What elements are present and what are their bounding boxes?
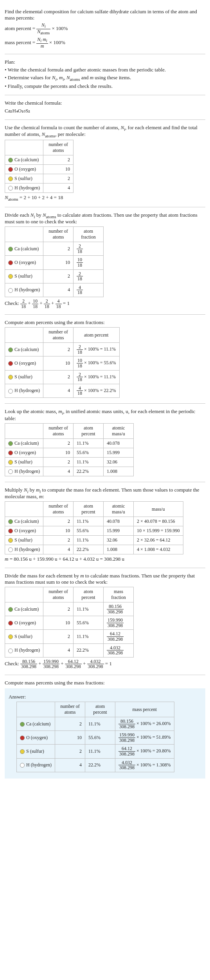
atom-pct-frac: Ni Natoms xyxy=(36,23,50,36)
dot-icon xyxy=(8,260,13,265)
formula-line: Write the chemical formula: xyxy=(5,100,205,106)
dot-icon xyxy=(8,274,13,279)
plan-b3: • Finally, compute the percents and chec… xyxy=(5,83,205,89)
atompct-section: Compute atom percents using the atom fra… xyxy=(5,315,205,404)
molmass-text: Multiply Ni by mi to compute the mass fo… xyxy=(5,487,205,500)
table-row: Ca (calcium)2218 × 100% = 11.1% xyxy=(5,343,120,356)
table-row: Ca (calcium)2218 xyxy=(5,242,104,256)
table-row: O (oxygen)1055.6%15.999 xyxy=(5,448,134,457)
dot-icon xyxy=(8,529,13,533)
dot-icon xyxy=(8,469,13,474)
table-row: O (oxygen)101018 xyxy=(5,256,104,269)
table-row: S (sulfur)2 xyxy=(5,174,74,184)
dot-icon xyxy=(20,763,25,768)
dot-icon xyxy=(8,176,13,181)
massfrac-table: number of atomsatom percentmass fraction… xyxy=(5,587,134,657)
atomfrac-check: Check: 218 + 1018 + 218 + 418 = 1 xyxy=(5,299,205,309)
dot-icon xyxy=(8,547,13,552)
plan-b1: • Write the chemical formula and gather … xyxy=(5,67,205,73)
table-row: S (sulfur)2218 xyxy=(5,269,104,283)
massfrac-text: Divide the mass for each element by m to… xyxy=(5,573,205,585)
plan-section: Plan: • Write the chemical formula and g… xyxy=(5,54,205,95)
dot-icon xyxy=(8,451,13,455)
atomicmass-text: Look up the atomic mass, mi, in unified … xyxy=(5,408,205,422)
atomfrac-section: Divide each Ni by Natoms to calculate at… xyxy=(5,207,205,315)
formula-section: Write the chemical formula: Ca₂H₄O₁₀S₂ xyxy=(5,95,205,120)
dot-icon xyxy=(8,634,13,639)
intro-section: Find the elemental composition for calci… xyxy=(5,4,205,54)
times-100-b: × 100% xyxy=(49,39,65,45)
table-row: Ca (calcium)211.1%80.156308.298 × 100% =… xyxy=(17,717,174,731)
dot-icon xyxy=(8,519,13,524)
table-row: H (hydrogen)4418 × 100% = 22.2% xyxy=(5,384,120,397)
table-row: Ca (calcium)211.1%80.156308.298 xyxy=(5,602,134,616)
dot-icon xyxy=(8,460,13,465)
table-row: Ca (calcium)2 xyxy=(5,155,74,165)
table-row: H (hydrogen)422.2%4.032308.298 × 100% = … xyxy=(17,758,174,772)
table-row: O (oxygen)10 xyxy=(5,165,74,174)
atomicmass-table: number of atomsatom percentatomic mass/u… xyxy=(5,423,134,476)
answer-box: Answer: number of atomsatom percentmass … xyxy=(5,688,205,779)
natoms-sum: Natoms = 2 + 10 + 2 + 4 = 18 xyxy=(5,194,205,201)
table-row: O (oxygen)1055.6%159.990308.298 xyxy=(5,616,134,630)
dot-icon xyxy=(20,736,25,740)
answer-label: Answer: xyxy=(9,694,201,700)
atom-pct-lhs: atom percent = xyxy=(5,25,35,31)
dot-icon xyxy=(8,649,13,653)
massfrac-section: Divide the mass for each element by m to… xyxy=(5,568,205,675)
table-row: O (oxygen)1055.6%15.99910 × 15.999 = 159… xyxy=(5,526,183,536)
mass-percent-equation: mass percent = Ni mi m × 100% xyxy=(5,37,205,48)
table-row: O (oxygen)1055.6%159.990308.298 × 100% =… xyxy=(17,731,174,745)
plan-title: Plan: xyxy=(5,59,205,65)
times-100-a: × 100% xyxy=(52,25,68,31)
molmass-section: Multiply Ni by mi to compute the mass fo… xyxy=(5,482,205,568)
dot-icon xyxy=(8,247,13,251)
formula-value: Ca₂H₄O₁₀S₂ xyxy=(5,108,205,114)
answer-intro: Compute mass percents using the mass fra… xyxy=(5,680,205,686)
atomfrac-table: number of atomsatom fraction Ca (calcium… xyxy=(5,226,104,297)
table-row: H (hydrogen)4 xyxy=(5,184,74,193)
table-row: H (hydrogen)422.2%1.008 xyxy=(5,467,134,476)
dot-icon xyxy=(8,538,13,543)
table-row: S (sulfur)2218 × 100% = 11.1% xyxy=(5,370,120,384)
atompct-text: Compute atom percents using the atom fra… xyxy=(5,319,205,326)
mass-pct-lhs: mass percent = xyxy=(5,39,35,45)
table-row: Ca (calcium)211.1%40.0782 × 40.078 = 80.… xyxy=(5,517,183,526)
atomicmass-section: Look up the atomic mass, mi, in unified … xyxy=(5,404,205,482)
table-row: O (oxygen)101018 × 100% = 55.6% xyxy=(5,356,120,370)
table-row: S (sulfur)211.1%64.12308.298 xyxy=(5,630,134,643)
massfrac-check: Check: 80.156308.298 + 159.990308.298 + … xyxy=(5,659,205,669)
atomfrac-text: Divide each Ni by Natoms to calculate at… xyxy=(5,212,205,225)
dot-icon xyxy=(20,749,25,754)
table-row: S (sulfur)211.1%32.06 xyxy=(5,457,134,467)
atom-percent-equation: atom percent = Ni Natoms × 100% xyxy=(5,23,205,36)
count-text: Use the chemical formula to count the nu… xyxy=(5,125,205,138)
dot-icon xyxy=(8,621,13,625)
dot-icon xyxy=(8,361,13,366)
plan-b2: • Determine values for Ni, mi, Natoms an… xyxy=(5,75,205,82)
atompct-table: number of atomsatom percent Ca (calcium)… xyxy=(5,327,120,398)
dot-icon xyxy=(8,347,13,352)
count-section: Use the chemical formula to count the nu… xyxy=(5,120,205,207)
dot-icon xyxy=(8,158,13,162)
dot-icon xyxy=(8,441,13,446)
answer-section: Compute mass percents using the mass fra… xyxy=(5,675,205,782)
table-row: S (sulfur)211.1%32.062 × 32.06 = 64.12 xyxy=(5,536,183,545)
dot-icon xyxy=(8,167,13,172)
table-row: S (sulfur)211.1%64.12308.298 × 100% = 20… xyxy=(17,745,174,758)
dot-icon xyxy=(8,288,13,293)
dot-icon xyxy=(8,375,13,380)
intro-text: Find the elemental composition for calci… xyxy=(5,9,205,21)
dot-icon xyxy=(8,186,13,191)
col-num-atoms: number of atoms xyxy=(43,140,73,155)
table-row: Ca (calcium)211.1%40.078 xyxy=(5,438,134,448)
mass-pct-frac: Ni mi m xyxy=(36,37,48,48)
count-table: number of atoms Ca (calcium)2 O (oxygen)… xyxy=(5,140,74,193)
dot-icon xyxy=(8,607,13,612)
table-row: H (hydrogen)4418 xyxy=(5,283,104,297)
answer-table: number of atomsatom percentmass percent … xyxy=(16,702,174,772)
table-row: H (hydrogen)422.2%4.032308.298 xyxy=(5,643,134,657)
molmass-sum: m = 80.156 u + 159.990 u + 64.12 u + 4.0… xyxy=(5,556,205,562)
dot-icon xyxy=(20,722,25,727)
molmass-table: number of atomsatom percentatomic mass/u… xyxy=(5,501,183,554)
